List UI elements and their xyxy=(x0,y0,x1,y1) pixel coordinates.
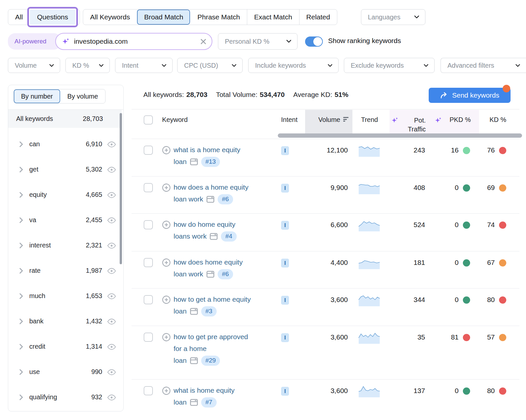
serp-features-icon[interactable] xyxy=(190,308,198,315)
tab-phrase-match[interactable]: Phrase Match xyxy=(190,10,247,25)
row-checkbox[interactable] xyxy=(144,333,153,342)
eye-icon[interactable] xyxy=(107,217,116,223)
keyword-link[interactable]: how to get a home equity xyxy=(174,293,251,305)
eye-icon[interactable] xyxy=(107,268,116,274)
chevron-right-icon[interactable] xyxy=(19,293,23,299)
serp-features-icon[interactable] xyxy=(190,158,198,165)
tab-all-keywords[interactable]: All Keywords xyxy=(83,10,137,25)
serp-features-icon[interactable] xyxy=(210,233,218,240)
add-keyword-icon[interactable] xyxy=(162,333,171,341)
show-ranking-keywords-toggle[interactable] xyxy=(305,36,323,47)
clear-search-icon[interactable] xyxy=(200,38,206,45)
chevron-right-icon[interactable] xyxy=(19,243,23,248)
chevron-right-icon[interactable] xyxy=(19,268,23,274)
add-keyword-icon[interactable] xyxy=(162,386,171,395)
filter-exclude-keywords[interactable]: Exclude keywords xyxy=(344,58,435,73)
tab-related[interactable]: Related xyxy=(299,10,337,25)
chevron-right-icon[interactable] xyxy=(19,344,23,350)
keyword-group-item[interactable]: interest2,321 xyxy=(8,233,123,258)
add-keyword-icon[interactable] xyxy=(162,146,171,154)
serp-features-icon[interactable] xyxy=(190,399,198,406)
keyword-group-item[interactable]: can6,910 xyxy=(8,131,123,157)
keyword-group-item[interactable]: va2,455 xyxy=(8,207,123,233)
eye-icon[interactable] xyxy=(107,141,116,148)
keyword-link[interactable]: loan xyxy=(174,156,187,168)
tab-all[interactable]: All xyxy=(8,10,30,25)
keyword-search-input[interactable]: investopedia.com xyxy=(55,33,212,50)
languages-dropdown[interactable]: Languages xyxy=(361,9,425,25)
eye-icon[interactable] xyxy=(107,318,116,325)
serp-features-icon[interactable] xyxy=(206,271,214,278)
keyword-link[interactable]: what is a home equity xyxy=(174,144,240,156)
keyword-group-item[interactable]: bank1,432 xyxy=(8,309,123,334)
keyword-group-item[interactable]: equity4,665 xyxy=(8,182,123,207)
keyword-link[interactable]: for a home xyxy=(174,343,206,355)
chevron-right-icon[interactable] xyxy=(19,167,23,173)
add-keyword-icon[interactable] xyxy=(162,295,171,304)
chevron-right-icon[interactable] xyxy=(19,318,23,324)
row-checkbox[interactable] xyxy=(144,220,153,229)
eye-icon[interactable] xyxy=(107,293,116,299)
keyword-link[interactable]: how does home equity xyxy=(174,256,243,268)
eye-icon[interactable] xyxy=(107,344,116,350)
chevron-right-icon[interactable] xyxy=(19,369,23,375)
filter-kd[interactable]: KD % xyxy=(65,58,110,73)
add-keyword-icon[interactable] xyxy=(162,183,171,192)
row-checkbox[interactable] xyxy=(144,386,153,395)
select-all-checkbox[interactable] xyxy=(144,115,153,125)
tab-exact-match[interactable]: Exact Match xyxy=(247,10,299,25)
send-keywords-button[interactable]: Send keywords xyxy=(429,88,511,103)
eye-icon[interactable] xyxy=(107,167,116,173)
col-volume[interactable]: Volume xyxy=(305,116,348,124)
personal-kd-dropdown[interactable]: Personal KD % xyxy=(218,33,298,50)
serp-features-icon[interactable] xyxy=(190,357,198,364)
col-pkd[interactable]: PKD % xyxy=(444,116,471,124)
add-keyword-icon[interactable] xyxy=(162,221,171,229)
keyword-link[interactable]: loan xyxy=(174,355,187,366)
serp-features-icon[interactable] xyxy=(206,196,214,203)
filter-include-keywords[interactable]: Include keywords xyxy=(248,58,339,73)
keyword-link[interactable]: loans work xyxy=(174,230,206,242)
keyword-link[interactable]: loan work xyxy=(174,268,203,280)
eye-icon[interactable] xyxy=(107,243,116,249)
add-keyword-icon[interactable] xyxy=(162,258,171,267)
keyword-link[interactable]: how to get pre approved xyxy=(174,331,248,343)
filter-volume[interactable]: Volume xyxy=(8,58,60,73)
filter-advanced[interactable]: Advanced filters xyxy=(441,58,526,73)
keyword-link[interactable]: loan work xyxy=(174,193,203,205)
tab-questions[interactable]: Questions xyxy=(30,10,75,25)
keyword-link[interactable]: loan xyxy=(174,305,187,317)
all-keywords-header[interactable]: All keywords 28,703 xyxy=(8,110,122,128)
sidebar-scrollbar[interactable] xyxy=(120,113,122,264)
tab-by-number[interactable]: By number xyxy=(14,89,60,103)
keyword-link[interactable]: what is home equity xyxy=(174,385,235,396)
chevron-right-icon[interactable] xyxy=(19,141,23,147)
keyword-line: how does home equity xyxy=(174,256,279,268)
row-checkbox[interactable] xyxy=(144,258,153,267)
eye-icon[interactable] xyxy=(107,192,116,198)
keyword-group-item[interactable]: much1,653 xyxy=(8,283,123,309)
keyword-link[interactable]: how does a home equity xyxy=(174,181,249,193)
col-kd[interactable]: KD % xyxy=(480,116,506,124)
keyword-link[interactable]: loan xyxy=(174,396,187,408)
keyword-group-item[interactable]: get5,302 xyxy=(8,157,123,182)
keyword-link[interactable]: how do home equity xyxy=(174,219,235,230)
chevron-right-icon[interactable] xyxy=(19,217,23,223)
tab-by-volume[interactable]: By volume xyxy=(60,89,105,103)
chevron-right-icon[interactable] xyxy=(19,192,23,198)
eye-icon[interactable] xyxy=(107,394,116,401)
keyword-group-item[interactable]: rate1,987 xyxy=(8,258,123,283)
filter-cpc[interactable]: CPC (USD) xyxy=(177,58,243,73)
keyword-group-item[interactable]: qualifying932 xyxy=(8,385,123,410)
chevron-right-icon[interactable] xyxy=(19,394,23,400)
keyword-group-item[interactable]: use990 xyxy=(8,359,123,385)
tab-broad-match[interactable]: Broad Match xyxy=(137,10,190,25)
col-pot-traffic[interactable]: Pot. Traffic xyxy=(401,116,426,134)
row-checkbox[interactable] xyxy=(144,295,153,304)
filter-intent[interactable]: Intent xyxy=(115,58,173,73)
row-checkbox[interactable] xyxy=(144,146,153,155)
eye-icon[interactable] xyxy=(107,369,116,375)
horizontal-scrollbar[interactable] xyxy=(278,133,522,138)
row-checkbox[interactable] xyxy=(144,183,153,192)
keyword-group-item[interactable]: credit1,314 xyxy=(8,334,123,359)
